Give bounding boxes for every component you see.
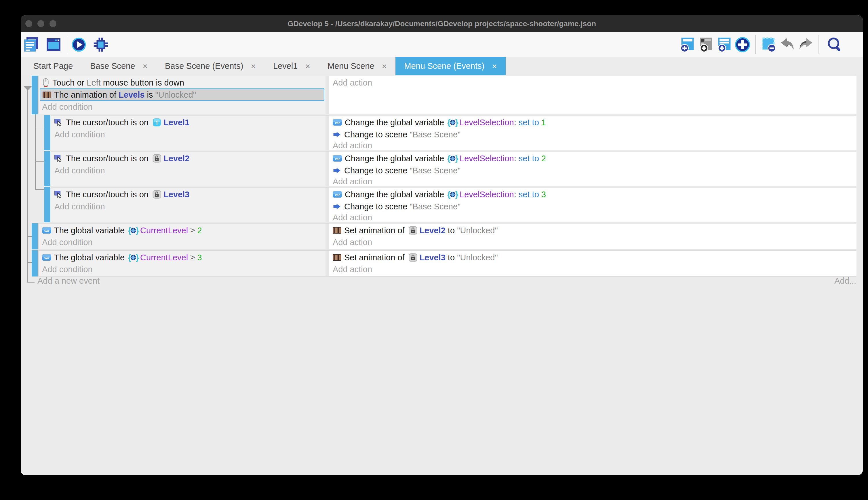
condition-row[interactable]: The cursor/touch is on 1 Level1 [51,116,326,128]
action-row[interactable]: Var Change the global variable {} LevelS… [329,189,856,201]
svg-text:Var: Var [44,256,49,260]
scene-change-icon [333,131,341,138]
lock-object-icon [409,226,417,235]
event-selection-bar[interactable] [32,223,38,249]
actions-cell[interactable]: Set animation of Level2 to "Unlocked" Ad… [329,224,856,249]
add-condition-link[interactable]: Add condition [38,263,326,275]
action-row[interactable]: Change to scene "Base Scene" [329,128,856,140]
action-text: to [446,226,457,235]
conditions-cell[interactable]: Touch or Left mouse button is down The a… [38,76,326,114]
add-circle-icon[interactable] [735,36,751,53]
search-icon[interactable] [826,36,843,53]
scene-name: "Base Scene" [410,166,460,175]
global-variable-icon: {} [447,154,458,163]
event-selection-bar[interactable] [44,115,50,150]
add-condition-link[interactable]: Add condition [38,101,326,113]
value-text: 2 [541,154,546,163]
actions-cell[interactable]: Var Change the global variable {} LevelS… [329,115,856,150]
scene-editor-icon[interactable] [46,36,62,53]
condition-row-selected[interactable]: The animation of Levels is "Unlocked" [40,88,324,101]
add-comment-icon[interactable] [716,36,732,53]
action-row[interactable]: Var Change the global variable {} LevelS… [329,152,856,164]
animation-icon [43,92,51,98]
close-icon[interactable]: × [251,61,256,71]
conditions-cell[interactable]: Var The global variable {} CurrentLevel … [38,224,326,249]
svg-text:Var: Var [335,193,340,197]
add-condition-link[interactable]: Add condition [51,201,326,213]
tab-level1[interactable]: Level1× [265,57,319,75]
tab-base-scene-events[interactable]: Base Scene (Events)× [156,57,265,75]
toolbar-separator [67,35,67,54]
actions-cell[interactable]: Var Change the global variable {} LevelS… [329,151,856,186]
event-selection-bar[interactable] [44,187,50,222]
tab-base-scene[interactable]: Base Scene× [81,57,156,75]
svg-text:}: } [455,154,458,163]
object-name: Levels [119,90,144,100]
add-action-link[interactable]: Add action [329,213,856,222]
conditions-cell[interactable]: The cursor/touch is on Level3 Add condit… [51,188,326,222]
svg-text:}: } [136,226,139,235]
add-condition-link[interactable]: Add condition [51,164,326,177]
add-subevent-icon[interactable] [697,36,714,53]
undo-icon[interactable] [779,36,796,53]
tab-menu-scene[interactable]: Menu Scene× [319,57,396,75]
event-selection-bar[interactable] [32,76,38,114]
add-event-icon[interactable] [679,36,695,53]
add-action-link[interactable]: Add action [329,177,856,186]
subtree-line [35,114,36,189]
action-row[interactable]: Change to scene "Base Scene" [329,164,856,177]
svg-text:Var: Var [335,157,340,161]
add-action-link[interactable]: Add action [329,263,856,275]
operator-text: ≥ [188,226,197,235]
condition-row[interactable]: The cursor/touch is on Level2 [51,152,326,164]
conditions-cell[interactable]: The cursor/touch is on 1 Level1 Add cond… [51,115,326,150]
collapse-triangle-icon[interactable] [23,86,32,90]
action-row[interactable]: Change to scene "Base Scene" [329,201,856,213]
condition-row[interactable]: Var The global variable {} CurrentLevel … [38,224,326,237]
actions-cell[interactable]: Set animation of Level3 to "Unlocked" Ad… [329,251,856,276]
add-action-link[interactable]: Add action [329,237,856,248]
condition-row[interactable]: Touch or Left mouse button is down [38,77,326,88]
subtree-elbow [35,189,44,190]
action-row[interactable]: Var Change the global variable {} LevelS… [329,116,856,128]
close-icon[interactable]: × [382,61,387,71]
play-icon[interactable] [71,36,86,53]
conditions-cell[interactable]: Var The global variable {} CurrentLevel … [38,251,326,276]
action-row[interactable]: Set animation of Level3 to "Unlocked" [329,251,856,263]
actions-cell[interactable]: Var Change the global variable {} LevelS… [329,188,856,222]
add-condition-link[interactable]: Add condition [38,237,326,248]
add-action-link[interactable]: Add action [329,140,856,150]
add-action-link[interactable]: Add action [329,77,856,88]
close-icon[interactable]: × [492,61,497,71]
action-row[interactable]: Set animation of Level2 to "Unlocked" [329,224,856,237]
actions-cell[interactable]: Add action [329,76,856,114]
action-text: : [514,118,519,127]
project-manager-icon[interactable] [23,36,39,53]
remove-selection-icon[interactable] [761,36,777,53]
scene-change-icon [333,203,341,210]
event-selection-bar[interactable] [32,250,38,276]
variable-name: CurrentLevel [140,226,188,235]
condition-text: The cursor/touch is on [66,118,151,127]
close-icon[interactable]: × [142,61,148,71]
add-new-event-link[interactable]: Add a new event [37,276,99,286]
action-text: to [446,253,457,262]
condition-text: The global variable [54,253,127,262]
svg-text:Var: Var [335,121,340,125]
gdevelop-window: GDevelop 5 - /Users/dkarakay/Documents/G… [21,15,863,475]
variable-name: LevelSelection [460,118,514,127]
close-icon[interactable]: × [305,61,310,71]
variable-icon: Var [333,119,342,126]
event-selection-bar[interactable] [44,151,50,186]
tab-start-page[interactable]: Start Page [25,57,81,75]
tab-menu-scene-events[interactable]: Menu Scene (Events)× [396,57,505,75]
condition-row[interactable]: The cursor/touch is on Level3 [51,189,326,201]
redo-icon[interactable] [798,36,814,53]
operator-text: set to [519,154,541,163]
condition-row[interactable]: Var The global variable {} CurrentLevel … [38,251,326,263]
add-more-link[interactable]: Add... [834,276,856,286]
conditions-cell[interactable]: The cursor/touch is on Level2 Add condit… [51,151,326,186]
object-name: Level2 [420,226,446,235]
add-condition-link[interactable]: Add condition [51,128,326,140]
debug-icon[interactable] [93,36,109,53]
